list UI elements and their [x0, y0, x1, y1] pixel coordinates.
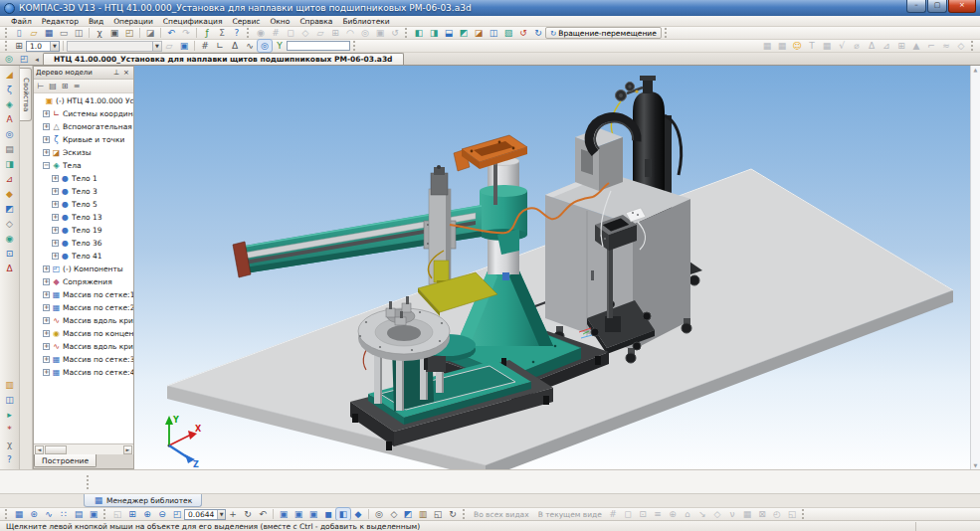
tree-item[interactable]: ▦ Массив по сетке:2 [34, 301, 133, 314]
copy-icon[interactable]: ▣ [107, 27, 121, 39]
filter-points-icon[interactable]: ◎ [358, 27, 372, 39]
filter-edges-icon[interactable]: ◇ [298, 27, 312, 39]
delta-icon[interactable]: Δ [865, 40, 879, 52]
title-bar[interactable]: КОМПАС-3D V13 - НТЦ 41.00.000_Установка … [0, 0, 980, 16]
view-left-icon[interactable]: ◪ [472, 27, 486, 39]
slope-icon[interactable]: ⊿ [880, 40, 893, 52]
tree-item[interactable]: ζ Кривые и точки [34, 133, 133, 146]
tree-expander[interactable] [52, 253, 59, 260]
help-panel-icon[interactable]: ? [2, 452, 18, 466]
viewport-scrollbar[interactable]: ▲ ▼ [970, 66, 980, 469]
marker-icon[interactable]: ◇ [954, 40, 968, 52]
tree-expander[interactable] [43, 356, 50, 363]
tree-expander[interactable] [43, 136, 50, 143]
tree-item[interactable]: ● Тело 5 [34, 198, 133, 211]
tree-item[interactable]: ▦ Массив по сетке:1 [34, 288, 133, 301]
paste-icon[interactable]: ◰ [122, 27, 136, 39]
components-panel-icon[interactable]: ◩ [2, 202, 18, 216]
tab-construction[interactable]: Построение [34, 454, 97, 467]
toolbar-drag-handle[interactable] [405, 28, 409, 38]
filter-axes-icon[interactable]: ⊞ [328, 27, 342, 39]
curve-array-tool-icon[interactable]: ∿ [42, 508, 56, 520]
tree-item[interactable]: ● Тело 41 [34, 250, 133, 263]
section-view-icon[interactable]: ◻ [621, 508, 635, 520]
chevron-down-icon[interactable]: ▼ [50, 42, 59, 51]
tree-expander[interactable] [52, 188, 59, 195]
open-view-icon[interactable]: ▱ [162, 40, 176, 52]
print-icon[interactable]: ▭ [57, 27, 71, 39]
snap-value-field[interactable] [287, 41, 350, 51]
sheet-metal-icon[interactable]: ◨ [2, 157, 18, 171]
dim-linear-icon[interactable]: ▦ [760, 40, 774, 52]
scroll-down-icon[interactable]: ▼ [974, 462, 978, 468]
detail-view-icon[interactable]: ⊡ [636, 508, 650, 520]
scroll-up-icon[interactable]: ▲ [974, 67, 978, 73]
filter-all-icon[interactable]: ◉ [254, 27, 268, 39]
rotate-cw-icon[interactable]: ↻ [531, 27, 545, 39]
snapshot-icon[interactable]: ◱ [785, 508, 799, 520]
curve-snap-icon[interactable]: ∿ [243, 40, 257, 52]
tree-expander[interactable] [52, 227, 59, 234]
diameter-icon[interactable]: ⌀ [850, 40, 864, 52]
grid-icon[interactable]: # [198, 40, 212, 52]
points-array-tool-icon[interactable]: ∷ [57, 508, 71, 520]
redo-icon[interactable]: ↷ [179, 27, 193, 39]
dimensions-icon[interactable]: Δ [2, 262, 18, 275]
zoom-out-icon[interactable]: ⊖ [155, 508, 169, 520]
tree-item[interactable]: ◈ Тела [34, 159, 133, 172]
scrollbar-thumb[interactable] [45, 445, 67, 454]
toolbar-drag-handle[interactable] [5, 509, 9, 519]
apps-icon[interactable]: * [2, 423, 18, 437]
toolbar-drag-handle[interactable] [971, 41, 975, 51]
tree-expander[interactable] [43, 343, 50, 350]
view-right-icon[interactable]: ◫ [487, 27, 500, 39]
tree-expander[interactable] [43, 304, 50, 311]
zoom-selected-icon[interactable]: ◱ [110, 508, 124, 520]
hidden-lines-icon[interactable]: # [606, 508, 620, 520]
view-bottom-icon[interactable]: ◩ [457, 27, 471, 39]
annotations-icon[interactable]: A [2, 112, 18, 126]
base-icon[interactable]: ⊞ [894, 40, 908, 52]
tree-item[interactable]: ∿ Массив вдоль кривой:1 [34, 314, 133, 327]
smiley-tolerance-icon[interactable]: ☺ [790, 40, 804, 52]
minimize-button[interactable]: – [906, 0, 926, 13]
tree-horizontal-scrollbar[interactable]: ◄ ► [34, 443, 133, 454]
manage-window-icon[interactable]: ▣ [177, 40, 191, 52]
toolbar-drag-handle[interactable] [353, 41, 357, 51]
current-scale-icon[interactable]: ⊞ [12, 40, 26, 52]
utilities-icon[interactable]: χ [2, 438, 18, 451]
copy-properties-icon[interactable]: ◪ [143, 27, 157, 39]
menu-item[interactable]: Редактор [37, 17, 84, 26]
save-icon[interactable]: ▦ [42, 27, 56, 39]
text-label-icon[interactable]: T [805, 40, 819, 52]
specification-icon[interactable]: ▤ [2, 142, 18, 156]
tree-item[interactable]: ◰ (-) Компоненты [34, 263, 133, 275]
tree-item[interactable]: ◪ Эскизы [34, 146, 133, 159]
toolbar-drag-handle[interactable] [247, 28, 251, 38]
rotate-ccw-icon[interactable]: ↺ [516, 27, 530, 39]
filter-curves-icon[interactable]: ◠ [343, 27, 357, 39]
selection-filter-icon[interactable]: ◎ [372, 508, 386, 520]
rotate-move-button[interactable]: ↻ Вращение-перемещение [545, 27, 662, 39]
menu-item[interactable]: Вид [84, 17, 108, 26]
tree-expander[interactable] [43, 266, 50, 272]
copy-view-icon[interactable]: ▣ [277, 508, 291, 520]
measurements-icon[interactable]: ⊿ [2, 172, 18, 186]
tree-expander[interactable] [43, 123, 50, 130]
new-window-icon[interactable]: ◱ [431, 508, 445, 520]
menu-item[interactable]: Окно [265, 17, 294, 26]
dim-angular-icon[interactable]: ▦ [775, 40, 789, 52]
filter-planes-icon[interactable]: ▱ [313, 27, 327, 39]
reports-icon[interactable]: ◫ [2, 393, 18, 407]
sketch-tools-icon[interactable]: ⊡ [2, 247, 18, 261]
model-view-icon[interactable]: ◎ [2, 53, 16, 65]
tree-item[interactable]: ▣ (-) НТЦ 41.00.000 Установка д [34, 94, 133, 107]
toolbar-drag-handle[interactable] [802, 509, 806, 519]
tree-expander[interactable] [43, 369, 50, 376]
project-icon[interactable]: ↘ [695, 508, 709, 520]
view-top-icon[interactable]: ⬓ [442, 27, 456, 39]
tree-item[interactable]: ● Тело 13 [34, 211, 133, 224]
tree-display-icon[interactable]: ▤ [47, 81, 59, 91]
tree-expander[interactable] [43, 330, 50, 337]
open-icon[interactable]: ▱ [27, 27, 41, 39]
